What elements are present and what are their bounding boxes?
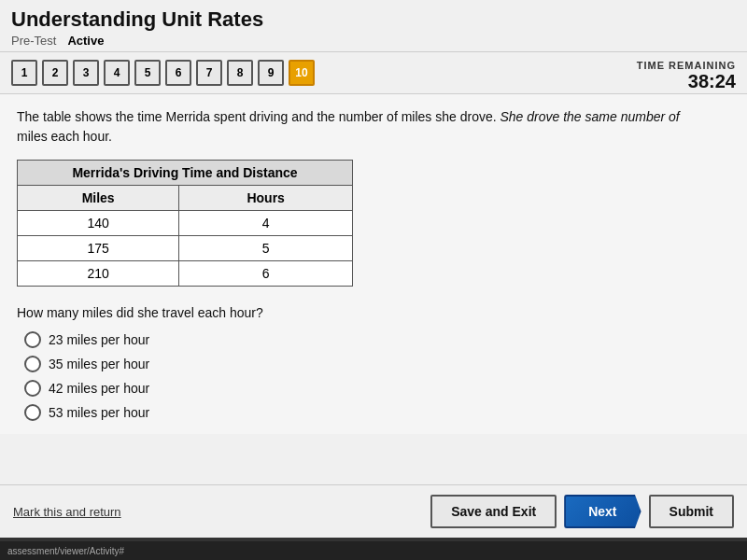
choice-item-3[interactable]: 53 miles per hour	[24, 404, 730, 421]
choice-radio-3[interactable]	[24, 404, 41, 421]
table-row-hours-2: 6	[179, 261, 353, 287]
header: Understanding Unit Rates Pre-Test Active	[0, 0, 747, 52]
choice-label-2: 42 miles per hour	[49, 381, 149, 396]
footer-buttons: Save and Exit Next Submit	[430, 495, 734, 528]
choice-radio-2[interactable]	[24, 380, 41, 397]
question-btn-5[interactable]: 5	[134, 60, 161, 86]
choice-item-2[interactable]: 42 miles per hour	[24, 380, 730, 397]
question-buttons: 12345678910	[11, 60, 315, 86]
choice-radio-0[interactable]	[24, 331, 41, 348]
choice-item-0[interactable]: 23 miles per hour	[24, 331, 730, 348]
timer-value: 38:24	[637, 71, 736, 92]
taskbar: assessment/viewer/Activity#	[0, 541, 747, 560]
table-row-miles-0: 140	[18, 211, 179, 236]
content-area: The table shows the time Merrida spent d…	[0, 94, 747, 434]
save-exit-button[interactable]: Save and Exit	[430, 495, 557, 528]
choices: 23 miles per hour35 miles per hour42 mil…	[24, 331, 730, 421]
taskbar-url: assessment/viewer/Activity#	[7, 546, 124, 556]
choice-label-3: 53 miles per hour	[49, 405, 149, 420]
next-button[interactable]: Next	[564, 495, 641, 528]
answer-prompt: How many miles did she travel each hour?	[17, 305, 730, 320]
timer-area: TIME REMAINING 38:24	[637, 60, 736, 92]
mark-return-link[interactable]: Mark this and return	[13, 505, 121, 519]
question-text-part2: miles each hour.	[17, 129, 112, 144]
question-text-italic: She drove the same number of	[500, 109, 679, 124]
question-btn-2[interactable]: 2	[42, 60, 68, 86]
footer: Mark this and return Save and Exit Next …	[0, 484, 747, 538]
table-col1-header: Miles	[18, 186, 179, 211]
question-btn-3[interactable]: 3	[73, 60, 99, 86]
question-nav: 12345678910 TIME REMAINING 38:24	[0, 52, 747, 94]
choice-label-1: 35 miles per hour	[49, 357, 149, 371]
question-btn-9[interactable]: 9	[258, 60, 284, 86]
question-btn-10[interactable]: 10	[289, 60, 315, 86]
table-row-hours-1: 5	[179, 236, 353, 261]
question-btn-6[interactable]: 6	[165, 60, 191, 86]
choice-label-0: 23 miles per hour	[49, 332, 149, 347]
table-col2-header: Hours	[179, 186, 353, 211]
choice-radio-1[interactable]	[24, 356, 41, 372]
table-title: Merrida's Driving Time and Distance	[18, 161, 353, 186]
timer-label: TIME REMAINING	[637, 60, 736, 71]
question-btn-4[interactable]: 4	[104, 60, 130, 86]
choice-item-1[interactable]: 35 miles per hour	[24, 356, 730, 372]
question-btn-8[interactable]: 8	[227, 60, 253, 86]
question-btn-1[interactable]: 1	[11, 60, 37, 86]
question-btn-7[interactable]: 7	[196, 60, 222, 86]
question-text: The table shows the time Merrida spent d…	[17, 107, 730, 147]
table-row-miles-1: 175	[18, 236, 179, 261]
table-row-hours-0: 4	[179, 211, 353, 236]
breadcrumb-active: Active	[67, 34, 104, 48]
submit-button[interactable]: Submit	[649, 495, 734, 528]
table-container: Merrida's Driving Time and Distance Mile…	[17, 160, 353, 287]
page-title: Understanding Unit Rates	[11, 7, 736, 32]
table-row-miles-2: 210	[18, 261, 179, 287]
question-text-part1: The table shows the time Merrida spent d…	[17, 109, 497, 124]
breadcrumb: Pre-Test Active	[11, 34, 736, 48]
breadcrumb-pretest: Pre-Test	[11, 34, 56, 48]
driving-table: Merrida's Driving Time and Distance Mile…	[17, 160, 353, 287]
